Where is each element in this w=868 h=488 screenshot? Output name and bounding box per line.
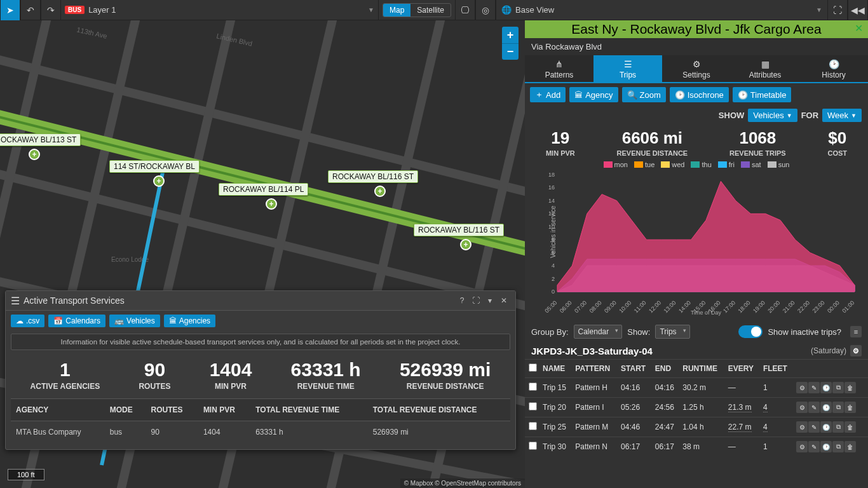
svg-text:0: 0 — [552, 288, 555, 295]
zoom-button[interactable]: 🔍Zoom — [622, 87, 666, 102]
delete-icon[interactable]: 🗑 — [844, 382, 856, 393]
close-icon[interactable]: ✕ — [855, 22, 863, 34]
row-checkbox[interactable] — [529, 383, 537, 391]
gear-icon[interactable]: ⚙ — [796, 402, 808, 413]
help-icon[interactable]: ? — [456, 294, 468, 307]
zoom-in-button[interactable]: + — [502, 27, 519, 43]
tab-patterns[interactable]: ⋔Patterns — [525, 55, 593, 82]
svg-text:01:00: 01:00 — [841, 299, 855, 314]
stop-label[interactable]: ROCKAWAY BL/116 ST — [328, 170, 418, 183]
tab-icon: ⋔ — [526, 59, 592, 69]
group-by-select[interactable]: Calendar — [574, 325, 623, 339]
stop-label[interactable]: 114 ST/ROCKAWAY BL — [109, 160, 200, 173]
stop-marker[interactable]: + — [29, 149, 40, 160]
clock-icon[interactable]: 🕑 — [820, 421, 832, 433]
edit-icon[interactable]: ✎ — [808, 382, 820, 393]
route-subtitle: Via Rockaway Blvd — [525, 38, 868, 55]
y-axis-label: Vehicles in service — [550, 206, 557, 258]
vehicles-dropdown[interactable]: Vehicles▼ — [748, 109, 797, 122]
table-cell: 90 — [146, 421, 198, 444]
svg-text:113th Ave: 113th Ave — [76, 25, 108, 40]
row-checkbox[interactable] — [529, 402, 537, 410]
delete-icon[interactable]: 🗑 — [844, 421, 856, 433]
show-select[interactable]: Trips — [655, 325, 689, 339]
clock-icon[interactable]: 🕑 — [820, 441, 832, 452]
stat-value: 1 — [31, 359, 100, 381]
gear-icon[interactable]: ⚙ — [850, 345, 862, 356]
map-canvas[interactable]: 113th Ave Linden Blvd Econo Lodge + − 10… — [0, 20, 525, 488]
redo-button[interactable]: ↷ — [41, 0, 61, 20]
select-all-checkbox[interactable] — [529, 363, 537, 372]
agencies-button[interactable]: 🏛Agencies — [164, 315, 215, 327]
stop-label[interactable]: ROCKAWAY BL/114 PL — [219, 183, 308, 196]
monitor-icon[interactable]: 🖵 — [455, 0, 475, 20]
trip-start: 04:46 — [618, 417, 653, 437]
expand-icon[interactable]: ⛶ — [470, 294, 482, 307]
zoom-out-button[interactable]: − — [502, 43, 519, 60]
legend-swatch — [718, 161, 727, 168]
stop-label[interactable]: ROCKAWAY BL/116 ST — [414, 224, 504, 236]
edit-icon[interactable]: ✎ — [808, 402, 820, 413]
row-actions: ⚙ ✎ 🕑 ⧉ 🗑 — [796, 441, 865, 452]
edit-icon[interactable]: ✎ — [808, 421, 820, 433]
stop-marker[interactable]: + — [374, 186, 386, 197]
copy-icon[interactable]: ⧉ — [832, 441, 844, 452]
trip-fleet: 1 — [761, 378, 794, 398]
copy-icon[interactable]: ⧉ — [832, 402, 844, 413]
tab-trips[interactable]: ☰Trips — [593, 55, 662, 82]
copy-icon[interactable]: ⧉ — [832, 382, 844, 393]
svg-text:22:00: 22:00 — [796, 299, 811, 314]
stop-marker[interactable]: + — [153, 175, 165, 187]
trip-start: 04:16 — [618, 378, 653, 398]
satellite-toggle[interactable]: Satellite — [410, 4, 451, 17]
delete-icon[interactable]: 🗑 — [844, 402, 856, 413]
tab-icon: ▦ — [732, 59, 798, 69]
add-button[interactable]: ＋Add — [530, 87, 566, 102]
row-checkbox[interactable] — [529, 442, 537, 450]
agency-button[interactable]: 🏛Agency — [569, 87, 618, 102]
calendars-button[interactable]: 📅Calendars — [48, 315, 105, 327]
gear-icon[interactable]: ⚙ — [796, 382, 808, 393]
row-checkbox[interactable] — [529, 422, 537, 430]
week-dropdown[interactable]: Week▼ — [822, 109, 862, 122]
view-selector[interactable]: 🌐 Base View ▼ — [496, 0, 827, 20]
minimize-icon[interactable]: ▾ — [484, 294, 496, 307]
collapse-icon[interactable]: ◀◀ — [848, 0, 868, 20]
pointer-tool-button[interactable]: ➤ — [0, 0, 20, 20]
filter-icon[interactable]: ≡ — [850, 326, 862, 337]
csv-export-button[interactable]: ☁.csv — [11, 315, 44, 327]
stop-label[interactable]: OCKAWAY BL/113 ST — [0, 133, 81, 146]
map-toggle[interactable]: Map — [383, 4, 410, 17]
schedule-day: (Saturday) — [811, 346, 846, 355]
edit-icon[interactable]: ✎ — [808, 441, 820, 452]
undo-button[interactable]: ↶ — [20, 0, 41, 20]
vehicles-button[interactable]: 🚌Vehicles — [109, 315, 160, 327]
delete-icon[interactable]: 🗑 — [844, 441, 856, 452]
stop-marker[interactable]: + — [266, 198, 277, 210]
show-label: SHOW — [719, 111, 744, 120]
clock-icon[interactable]: 🕑 — [820, 382, 832, 393]
svg-text:09:00: 09:00 — [603, 299, 618, 314]
gear-icon[interactable]: ⚙ — [796, 441, 808, 452]
inactive-toggle[interactable] — [738, 325, 763, 338]
gear-icon[interactable]: ⚙ — [796, 421, 808, 433]
stop-marker[interactable]: + — [460, 239, 471, 250]
expand-icon[interactable]: ⛶ — [827, 0, 848, 20]
trip-start: 05:26 — [618, 398, 653, 417]
col-header: AGENCY — [11, 399, 105, 421]
legend-item: thu — [691, 161, 711, 168]
close-icon[interactable]: ✕ — [498, 294, 510, 307]
legend-item: tue — [634, 161, 654, 168]
isochrone-button[interactable]: 🕑Isochrone — [670, 87, 729, 102]
isochrone-label: Isochrone — [688, 90, 724, 100]
layer-selector[interactable]: BUS Layer 1 ▼ — [61, 0, 379, 20]
tab-history[interactable]: 🕑History — [799, 55, 868, 82]
target-icon[interactable]: ◎ — [475, 0, 496, 20]
tab-attributes[interactable]: ▦Attributes — [731, 55, 799, 82]
clock-icon[interactable]: 🕑 — [820, 402, 832, 413]
tab-settings[interactable]: ⚙Settings — [662, 55, 731, 82]
col-header: END — [653, 360, 680, 378]
timetable-button[interactable]: 🕑Timetable — [733, 87, 792, 102]
copy-icon[interactable]: ⧉ — [832, 421, 844, 433]
trip-name: Trip 15 — [540, 378, 573, 398]
